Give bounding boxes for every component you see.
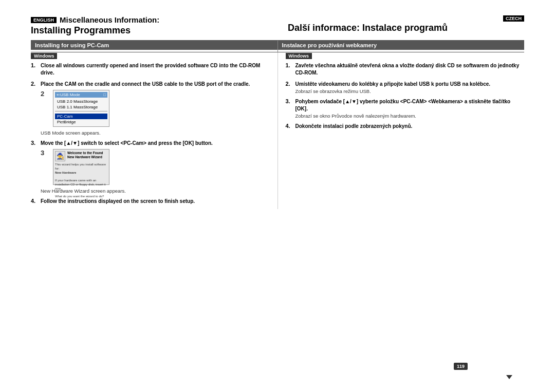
step-bold-4: Follow the instructions displayed on the… <box>41 198 195 204</box>
right-step-text-4: Dokončete instalaci podle zobrazených po… <box>295 123 413 129</box>
right-step-1: 1. Zavřete všechna aktuálně otevřená okn… <box>286 62 525 77</box>
left-header: ENGLISH Miscellaneous Information: Insta… <box>31 15 278 36</box>
screenshot-num-2: 2 <box>41 90 51 98</box>
content-area: Windows 1. Close all windows currently o… <box>31 52 524 209</box>
menu-pictbridge: PictBridge <box>55 119 107 125</box>
right-step-4: 4. Dokončete instalaci podle zobrazených… <box>286 123 525 130</box>
right-step-2: 2. Umístěte videokameru do kolébky a při… <box>286 81 525 94</box>
right-header: CZECH Další informace: Instalace program… <box>278 15 524 33</box>
left-section-title: Installing for using PC-Cam <box>31 41 278 50</box>
step-bold-1: Close all windows currently opened and i… <box>41 63 260 76</box>
right-step-content-1: Zavřete všechna aktuálně otevřená okna a… <box>295 62 525 77</box>
step-number-3: 3. <box>31 140 39 146</box>
right-step-text-1: Zavřete všechna aktuálně otevřená okna a… <box>295 63 520 76</box>
wizard-title: Welcome to the Found New Hardware Wizard <box>67 151 107 160</box>
step-number-1: 1. <box>31 62 39 68</box>
left-section-bar: Installing for using PC-Cam <box>31 41 278 52</box>
menu-pccam: PC-Cam <box>55 114 107 119</box>
english-title-line1: ENGLISH Miscellaneous Information: <box>31 15 267 24</box>
page-header: ENGLISH Miscellaneous Information: Insta… <box>31 15 524 36</box>
step-sub-2: USB Mode screen appears. <box>41 130 250 136</box>
misc-info-label: Miscellaneous Information: <box>60 15 159 24</box>
installing-programmes-label: Installing Programmes <box>31 25 267 36</box>
screenshot-titlebar: ⇐USB Mode □ <box>55 92 107 98</box>
right-windows-badge: Windows <box>286 53 312 59</box>
right-step-number-4: 4. <box>286 123 294 129</box>
step-number-4: 4. <box>31 198 39 204</box>
section-bar: Installing for using PC-Cam Instalace pr… <box>31 40 524 52</box>
czech-badge: CZECH <box>503 15 524 22</box>
right-step-content-4: Dokončete instalaci podle zobrazených po… <box>295 123 413 130</box>
screenshot-item-3: 3 🧙 Welcome to the Found New Hardware Wi… <box>41 149 213 185</box>
right-step-sub-3: Zobrazí se okno Průvodce nově nalezeným … <box>295 113 525 119</box>
right-step-bold-3: Pohybem ovladače [▲/▼] vyberte položku <… <box>295 99 511 111</box>
menu-usb11: USB 1.1 MassStorage <box>55 104 107 110</box>
right-step-number-2: 2. <box>286 81 294 87</box>
wizard-icon: 🧙 <box>57 153 64 160</box>
step-text-4: Follow the instructions displayed on the… <box>41 198 195 205</box>
step-number-2: 2. <box>31 81 39 87</box>
right-step-3: 3. Pohybem ovladače [▲/▼] vyberte položk… <box>286 98 525 119</box>
right-step-content-3: Pohybem ovladače [▲/▼] vyberte položku <… <box>295 98 525 119</box>
right-step-text-3: Pohybem ovladače [▲/▼] vyberte položku <… <box>295 99 511 111</box>
menu-usb20: USB 2.0 MassStorage <box>55 99 107 104</box>
step-sub-3: New Hardware Wizard screen appears. <box>41 188 213 194</box>
right-section-title: Instalace pro používání webkamery <box>278 41 525 50</box>
right-step-bold-2: Umístěte videokameru do kolébky a připoj… <box>295 81 491 87</box>
right-step-number-3: 3. <box>286 98 294 104</box>
close-icon: □ <box>103 92 106 97</box>
right-step-bold-1: Zavřete všechna aktuálně otevřená okna a… <box>295 63 520 76</box>
step-text-2: Place the CAM on the cradle and connect … <box>41 81 250 87</box>
step-content-2: Place the CAM on the cradle and connect … <box>41 81 250 136</box>
left-step-3: 3. Move the [▲/▼] switch to select <PC-C… <box>31 140 270 194</box>
right-step-number-1: 1. <box>286 62 294 68</box>
czech-title: Další informace: Instalace programů <box>288 23 524 33</box>
right-step-content-2: Umístěte videokameru do kolébky a připoj… <box>295 81 491 94</box>
step-text-3: Move the [▲/▼] switch to select <PC-Cam>… <box>41 140 213 146</box>
step-content-3: Move the [▲/▼] switch to select <PC-Cam>… <box>41 140 213 194</box>
left-steps-list: 1. Close all windows currently opened an… <box>31 62 270 205</box>
right-step-bold-4: Dokončete instalaci podle zobrazených po… <box>295 123 413 129</box>
right-content: Windows 1. Zavřete všechna aktuálně otev… <box>278 52 525 209</box>
english-badge: ENGLISH <box>31 17 57 23</box>
right-step-text-2: Umístěte videokameru do kolébky a připoj… <box>295 81 491 87</box>
step-bold-3: Move the [▲/▼] switch to select <PC-Cam>… <box>41 140 213 146</box>
left-step-4: 4. Follow the instructions displayed on … <box>31 198 270 205</box>
right-step-sub-2: Zobrazí se obrazovka režimu USB. <box>295 88 491 94</box>
screenshot-num-3: 3 <box>41 149 51 157</box>
screenshot-box-2: ⇐USB Mode □ USB 2.0 MassStorage USB 1.1 … <box>53 90 109 127</box>
page-number-wrapper: 119 <box>506 375 514 379</box>
triangle-icon <box>506 375 512 379</box>
titlebar-text: ⇐USB Mode <box>57 92 80 97</box>
screenshot-item-2: 2 ⇐USB Mode □ USB 2.0 MassStorage USB 1.… <box>41 90 250 127</box>
page: ENGLISH Miscellaneous Information: Insta… <box>0 0 555 392</box>
left-step-1: 1. Close all windows currently opened an… <box>31 62 270 77</box>
left-step-2: 2. Place the CAM on the cradle and conne… <box>31 81 270 136</box>
left-windows-badge: Windows <box>31 53 57 59</box>
step-text-1: Close all windows currently opened and i… <box>41 62 270 77</box>
screenshot-box-3: 🧙 Welcome to the Found New Hardware Wiza… <box>53 149 109 185</box>
page-number: 119 <box>454 363 468 370</box>
right-steps-list: 1. Zavřete všechna aktuálně otevřená okn… <box>286 62 525 130</box>
menu-separator <box>55 111 107 113</box>
right-section-bar: Instalace pro používání webkamery <box>278 41 525 52</box>
step-bold-2: Place the CAM on the cradle and connect … <box>41 81 250 87</box>
left-content: Windows 1. Close all windows currently o… <box>31 52 278 209</box>
